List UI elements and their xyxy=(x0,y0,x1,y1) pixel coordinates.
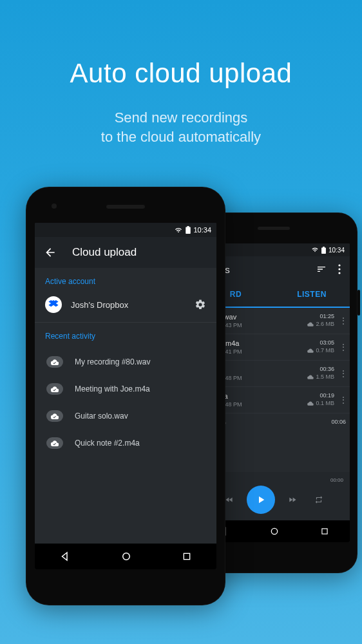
recording-size: 0.7 MB xyxy=(316,347,334,355)
recent-filename: Quick note #2.m4a xyxy=(75,439,140,448)
cloud-icon xyxy=(307,375,314,379)
nav-home-icon[interactable] xyxy=(269,526,280,536)
play-icon xyxy=(255,494,267,506)
recording-size: 0.1 MB xyxy=(316,400,334,408)
row-more-icon[interactable]: ⋮ xyxy=(339,395,346,404)
battery-icon xyxy=(321,247,326,254)
cloud-done-icon xyxy=(46,383,63,395)
cloud-done-icon xyxy=(46,356,63,368)
dropbox-icon xyxy=(45,296,62,313)
nav-back-icon[interactable] xyxy=(59,551,71,562)
status-time: 10:34 xyxy=(193,226,211,234)
cloud-done-icon xyxy=(46,437,63,449)
svg-rect-4 xyxy=(322,529,327,534)
screen-front: 10:34 Cloud upload Active account Josh's… xyxy=(35,223,216,569)
wifi-icon xyxy=(174,227,183,234)
tab-listen[interactable]: LISTEN xyxy=(274,290,350,299)
recording-duration: 01:25 xyxy=(307,313,334,321)
sort-icon[interactable] xyxy=(316,264,327,274)
cloud-icon xyxy=(307,322,314,327)
recent-item[interactable]: Guitar solo.wav xyxy=(35,402,216,430)
svg-point-1 xyxy=(338,268,340,270)
account-row[interactable]: Josh's Dropbox xyxy=(35,291,216,322)
recording-size: 2.6 MB xyxy=(316,321,334,328)
recent-activity-label: Recent activity xyxy=(35,323,216,346)
nav-home-icon[interactable] xyxy=(120,551,132,562)
svg-point-0 xyxy=(338,264,340,266)
phone-frame-front: 10:34 Cloud upload Active account Josh's… xyxy=(26,187,225,605)
recent-filename: Meeting with Joe.m4a xyxy=(75,384,150,393)
cloud-icon xyxy=(307,348,314,353)
recent-list: My recording #80.wav Meeting with Joe.m4… xyxy=(35,346,216,459)
svg-rect-6 xyxy=(184,553,189,559)
android-nav-bar xyxy=(35,544,216,569)
nav-recent-icon[interactable] xyxy=(182,551,192,562)
hero-subtitle-line2: to the cloud automatically xyxy=(101,129,261,145)
phone-speaker xyxy=(106,205,145,209)
cloud-icon xyxy=(307,401,314,406)
phone-camera xyxy=(52,204,57,209)
row-more-icon[interactable]: ⋮ xyxy=(339,369,346,378)
recording-duration: 00:06 xyxy=(331,419,346,426)
active-account-label: Active account xyxy=(35,268,216,291)
recent-item[interactable]: Quick note #2.m4a xyxy=(35,430,216,457)
recording-size: 1.5 MB xyxy=(316,374,334,381)
cloud-done-icon xyxy=(46,410,63,422)
app-bar: Cloud upload xyxy=(35,237,216,268)
status-time: 10:34 xyxy=(329,247,345,254)
forward-icon[interactable] xyxy=(287,495,298,504)
row-more-icon[interactable]: ⋮ xyxy=(339,316,346,325)
settings-icon[interactable] xyxy=(195,299,206,310)
nav-recent-icon[interactable] xyxy=(320,527,329,536)
svg-point-5 xyxy=(123,553,130,560)
phone-speaker xyxy=(258,227,290,230)
svg-point-3 xyxy=(271,528,277,534)
account-name: Josh's Dropbox xyxy=(71,300,128,310)
hero-subtitle: Send new recordings to the cloud automat… xyxy=(0,108,362,146)
hero-title: Auto cloud upload xyxy=(0,58,362,89)
more-icon[interactable] xyxy=(338,264,341,274)
phone-side-button xyxy=(357,290,360,316)
wifi-icon xyxy=(311,247,319,253)
recent-item[interactable]: Meeting with Joe.m4a xyxy=(35,375,216,402)
svg-point-2 xyxy=(338,272,340,274)
app-title: Cloud upload xyxy=(72,246,137,259)
recent-filename: My recording #80.wav xyxy=(75,357,150,366)
recent-filename: Guitar solo.wav xyxy=(75,412,128,421)
recording-duration: 00:19 xyxy=(307,392,334,400)
hero-subtitle-line1: Send new recordings xyxy=(115,109,248,126)
row-more-icon[interactable]: ⋮ xyxy=(339,343,346,352)
play-button[interactable] xyxy=(247,486,275,514)
battery-icon xyxy=(186,226,191,234)
player-time: 00:00 xyxy=(330,477,343,483)
back-arrow-icon[interactable] xyxy=(44,246,57,259)
recording-duration: 03:05 xyxy=(307,339,334,347)
recording-duration: 00:36 xyxy=(307,366,334,374)
recent-item[interactable]: My recording #80.wav xyxy=(35,348,216,375)
status-bar: 10:34 xyxy=(35,223,216,237)
repeat-icon[interactable] xyxy=(314,495,324,504)
